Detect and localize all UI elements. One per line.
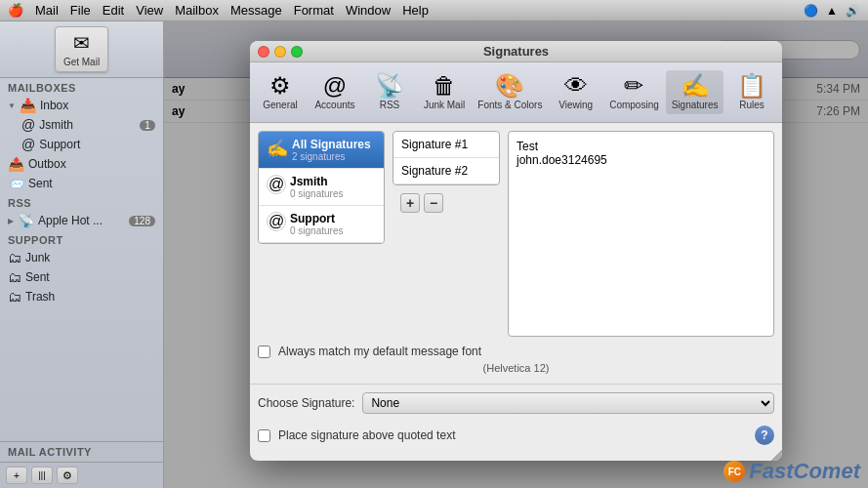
account-all-signatures[interactable]: ✍ All Signatures 2 signatures (259, 132, 384, 169)
apple-hot-label: Apple Hot ... (38, 214, 103, 227)
apple-hot-badge: 128 (129, 216, 155, 226)
sidebar-bottom: MAIL ACTIVITY (0, 441, 163, 462)
toolbar-rules[interactable]: 📋 Rules (725, 70, 778, 114)
composing-label: Composing (609, 100, 659, 110)
sidebar-item-inbox[interactable]: ▼ 📥 Inbox (0, 96, 163, 115)
menu-bar: 🍎 Mail File Edit View Mailbox Message Fo… (0, 0, 868, 21)
account-support[interactable]: @ Support 0 signatures (259, 206, 384, 243)
dialog-toolbar: ⚙ General @ Accounts 📡 RSS 🗑 Junk Mail (250, 62, 782, 123)
menu-format[interactable]: Format (294, 3, 334, 18)
composing-icon: ✏ (624, 74, 643, 98)
sent-icon: 📨 (8, 176, 24, 191)
place-sig-checkbox[interactable] (258, 429, 270, 442)
font-match-row: Always match my default message font (258, 345, 774, 358)
rss-icon: 📡 (18, 213, 34, 228)
account-jsmith[interactable]: @ Jsmith 0 signatures (259, 169, 384, 206)
toolbar-viewing[interactable]: 👁 Viewing (550, 70, 602, 114)
fonts-colors-icon: 🎨 (495, 74, 524, 98)
signatures-dialog: Signatures ⚙ General @ Accounts 📡 RSS (250, 41, 782, 461)
sidebar-item-support-inbox[interactable]: @ Support (0, 135, 163, 154)
support-icon: @ (21, 137, 35, 152)
outbox-label: Outbox (28, 157, 66, 171)
jsmith-label: Jsmith (39, 118, 73, 132)
toolbar-signatures[interactable]: ✍ Signatures (666, 70, 723, 114)
dialog-main: ✍ All Signatures 2 signatures (250, 123, 782, 345)
support-acc-name: Support (290, 212, 343, 225)
accounts-icon: @ (323, 74, 347, 98)
jsmith-badge: 1 (140, 120, 155, 131)
junk-label: Junk (25, 251, 50, 264)
choose-sig-label: Choose Signature: (258, 396, 354, 410)
get-mail-label: Get Mail (63, 57, 100, 67)
dialog-footer (250, 453, 782, 461)
toolbar-general[interactable]: ⚙ General (254, 70, 307, 114)
minimize-button[interactable] (274, 46, 286, 58)
maximize-button[interactable] (291, 46, 303, 58)
jsmith-acc-name: Jsmith (290, 175, 343, 188)
sig-preview: Test john.doe3124695 (508, 131, 774, 337)
rules-icon: 📋 (737, 74, 766, 98)
sidebar-item-jsmith[interactable]: @ Jsmith 1 (0, 115, 163, 135)
choose-sig-select[interactable]: None (362, 392, 774, 414)
sidebar-footer-buttons: + ||| ⚙ (0, 462, 163, 488)
toolbar-fonts-colors[interactable]: 🎨 Fonts & Colors (473, 70, 548, 114)
sidebar-item-outbox[interactable]: 📤 Outbox (0, 154, 163, 174)
window-controls (258, 46, 303, 58)
close-button[interactable] (258, 46, 269, 58)
menu-mailbox[interactable]: Mailbox (175, 3, 219, 18)
preview-line1: Test (517, 140, 765, 153)
all-signatures-sub: 2 signatures (292, 151, 371, 162)
viewing-label: Viewing (558, 100, 593, 110)
mail-activity-label: MAIL ACTIVITY (8, 446, 155, 458)
font-match-checkbox[interactable] (258, 346, 270, 358)
sidebar-item-sent[interactable]: 📨 Sent (0, 174, 163, 193)
jsmith-acc-icon: @ (267, 175, 286, 194)
sidebar-item-junk[interactable]: 🗂 Junk (0, 248, 163, 267)
place-sig-row: Place signature above quoted text ? (250, 422, 782, 453)
sidebar-toolbar: ✉ Get Mail (0, 21, 163, 78)
jsmith-icon: @ (21, 117, 35, 133)
rss-toolbar-icon: 📡 (375, 74, 404, 98)
toolbar-junk-mail[interactable]: 🗑 Junk Mail (418, 70, 471, 114)
edit-mailbox-button[interactable]: ||| (31, 467, 53, 484)
sidebar-item-apple-hot[interactable]: ▶ 📡 Apple Hot ... 128 (0, 211, 163, 230)
toolbar-accounts[interactable]: @ Accounts (309, 70, 361, 114)
watermark: FC FastComet (723, 459, 860, 484)
menu-help[interactable]: Help (402, 3, 429, 18)
add-mailbox-button[interactable]: + (6, 467, 27, 484)
sig-item-2[interactable]: Signature #2 (393, 158, 499, 184)
sidebar-item-trash[interactable]: 🗂 Trash (0, 287, 163, 306)
menu-file[interactable]: File (70, 3, 91, 18)
fonts-colors-label: Fonts & Colors (477, 100, 542, 110)
signatures-list: Signature #1 Signature #2 (393, 131, 500, 185)
inbox-label: Inbox (40, 99, 68, 112)
menu-window[interactable]: Window (346, 3, 391, 18)
fastcomet-text: FastComet (749, 459, 860, 484)
dialog-titlebar: Signatures (250, 41, 782, 62)
sig-item-1[interactable]: Signature #1 (393, 132, 499, 158)
sent-label: Sent (28, 177, 53, 190)
add-signature-button[interactable]: + (400, 193, 420, 213)
rss-section-label: RSS (0, 193, 163, 211)
signatures-icon: ✍ (681, 74, 710, 98)
toolbar-rss[interactable]: 📡 RSS (363, 70, 416, 114)
menu-message[interactable]: Message (230, 3, 282, 18)
menu-edit[interactable]: Edit (103, 3, 124, 18)
fastcomet-logo: FC (723, 461, 745, 482)
general-label: General (263, 100, 298, 110)
rules-label: Rules (739, 100, 765, 110)
rss-label: RSS (380, 100, 400, 110)
help-button[interactable]: ? (755, 426, 774, 445)
font-match-label: Always match my default message font (278, 345, 481, 358)
menu-mail[interactable]: Mail (35, 3, 59, 18)
settings-button[interactable]: ⚙ (57, 467, 78, 484)
toolbar-composing[interactable]: ✏ Composing (604, 70, 665, 114)
accounts-list: ✍ All Signatures 2 signatures (258, 131, 385, 244)
remove-signature-button[interactable]: − (424, 193, 443, 213)
apple-menu[interactable]: 🍎 (8, 3, 23, 18)
dialog-title: Signatures (483, 44, 549, 59)
menu-view[interactable]: View (136, 3, 163, 18)
preview-line2: john.doe3124695 (517, 153, 765, 167)
sidebar-item-sent2[interactable]: 🗂 Sent (0, 267, 163, 287)
get-mail-button[interactable]: ✉ Get Mail (55, 26, 108, 72)
